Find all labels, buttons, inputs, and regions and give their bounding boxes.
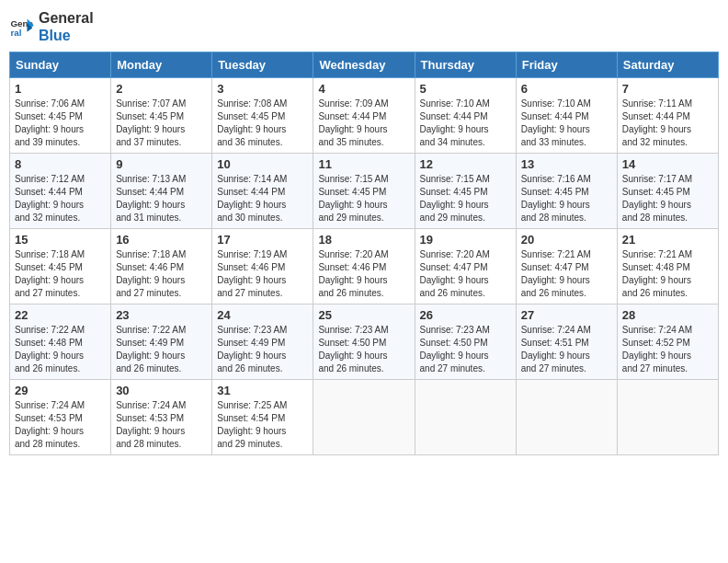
day-number: 2 <box>116 82 207 96</box>
calendar-cell: 13 Sunrise: 7:16 AM Sunset: 4:45 PM Dayl… <box>516 154 617 229</box>
day-info: Sunrise: 7:25 AM Sunset: 4:54 PM Dayligh… <box>217 400 287 449</box>
calendar-body: 1 Sunrise: 7:06 AM Sunset: 4:45 PM Dayli… <box>10 78 719 455</box>
day-info: Sunrise: 7:15 AM Sunset: 4:45 PM Dayligh… <box>420 174 490 223</box>
calendar-cell: 1 Sunrise: 7:06 AM Sunset: 4:45 PM Dayli… <box>10 78 111 154</box>
calendar-cell: 30 Sunrise: 7:24 AM Sunset: 4:53 PM Dayl… <box>111 380 212 455</box>
day-info: Sunrise: 7:08 AM Sunset: 4:45 PM Dayligh… <box>217 98 287 147</box>
calendar-cell: 21 Sunrise: 7:21 AM Sunset: 4:48 PM Dayl… <box>617 229 718 304</box>
weekday-header-monday: Monday <box>111 52 212 78</box>
calendar-cell: 29 Sunrise: 7:24 AM Sunset: 4:53 PM Dayl… <box>10 380 111 455</box>
day-number: 22 <box>15 308 106 322</box>
day-info: Sunrise: 7:20 AM Sunset: 4:46 PM Dayligh… <box>318 249 388 298</box>
calendar-table: SundayMondayTuesdayWednesdayThursdayFrid… <box>9 52 719 455</box>
day-info: Sunrise: 7:24 AM Sunset: 4:53 PM Dayligh… <box>15 400 85 449</box>
calendar-cell: 25 Sunrise: 7:23 AM Sunset: 4:50 PM Dayl… <box>313 304 415 380</box>
day-number: 23 <box>116 308 207 322</box>
day-info: Sunrise: 7:19 AM Sunset: 4:46 PM Dayligh… <box>217 249 287 298</box>
day-info: Sunrise: 7:18 AM Sunset: 4:46 PM Dayligh… <box>116 249 186 298</box>
day-info: Sunrise: 7:21 AM Sunset: 4:47 PM Dayligh… <box>521 249 591 298</box>
calendar-cell: 16 Sunrise: 7:18 AM Sunset: 4:46 PM Dayl… <box>111 229 212 304</box>
day-info: Sunrise: 7:15 AM Sunset: 4:45 PM Dayligh… <box>318 174 388 223</box>
day-info: Sunrise: 7:24 AM Sunset: 4:53 PM Dayligh… <box>116 400 186 449</box>
calendar-cell: 31 Sunrise: 7:25 AM Sunset: 4:54 PM Dayl… <box>212 380 313 455</box>
logo-icon: Gene ral <box>9 14 35 40</box>
calendar-cell: 20 Sunrise: 7:21 AM Sunset: 4:47 PM Dayl… <box>516 229 617 304</box>
logo: Gene ral General Blue <box>9 9 94 44</box>
day-info: Sunrise: 7:07 AM Sunset: 4:45 PM Dayligh… <box>116 98 186 147</box>
svg-text:ral: ral <box>10 28 21 38</box>
day-info: Sunrise: 7:12 AM Sunset: 4:44 PM Dayligh… <box>15 174 85 223</box>
day-info: Sunrise: 7:11 AM Sunset: 4:44 PM Dayligh… <box>622 98 692 147</box>
day-number: 27 <box>521 308 612 322</box>
calendar-cell <box>415 380 516 455</box>
day-number: 5 <box>420 82 511 96</box>
day-info: Sunrise: 7:21 AM Sunset: 4:48 PM Dayligh… <box>622 249 692 298</box>
day-number: 19 <box>420 233 511 247</box>
day-number: 6 <box>521 82 612 96</box>
day-number: 28 <box>622 308 713 322</box>
calendar-cell: 7 Sunrise: 7:11 AM Sunset: 4:44 PM Dayli… <box>617 78 718 154</box>
calendar-cell <box>313 380 415 455</box>
day-info: Sunrise: 7:09 AM Sunset: 4:44 PM Dayligh… <box>318 98 388 147</box>
day-number: 30 <box>116 384 207 397</box>
day-number: 8 <box>15 157 106 171</box>
day-number: 15 <box>15 233 106 247</box>
weekday-header-sunday: Sunday <box>10 52 111 78</box>
weekday-header-friday: Friday <box>516 52 617 78</box>
calendar-cell: 2 Sunrise: 7:07 AM Sunset: 4:45 PM Dayli… <box>111 78 212 154</box>
weekday-header-wednesday: Wednesday <box>313 52 415 78</box>
calendar-cell: 3 Sunrise: 7:08 AM Sunset: 4:45 PM Dayli… <box>212 78 313 154</box>
calendar-cell: 10 Sunrise: 7:14 AM Sunset: 4:44 PM Dayl… <box>212 154 313 229</box>
day-number: 1 <box>15 82 106 96</box>
calendar-cell <box>617 380 718 455</box>
day-number: 31 <box>217 384 308 397</box>
day-number: 21 <box>622 233 713 247</box>
day-number: 29 <box>15 384 106 397</box>
day-info: Sunrise: 7:22 AM Sunset: 4:49 PM Dayligh… <box>116 325 186 373</box>
day-number: 12 <box>420 157 511 171</box>
day-info: Sunrise: 7:14 AM Sunset: 4:44 PM Dayligh… <box>217 174 287 223</box>
calendar-cell: 19 Sunrise: 7:20 AM Sunset: 4:47 PM Dayl… <box>415 229 516 304</box>
calendar-cell: 26 Sunrise: 7:23 AM Sunset: 4:50 PM Dayl… <box>415 304 516 380</box>
day-info: Sunrise: 7:22 AM Sunset: 4:48 PM Dayligh… <box>15 325 85 373</box>
day-info: Sunrise: 7:06 AM Sunset: 4:45 PM Dayligh… <box>15 98 85 147</box>
day-number: 3 <box>217 82 308 96</box>
weekday-header-thursday: Thursday <box>415 52 516 78</box>
day-info: Sunrise: 7:18 AM Sunset: 4:45 PM Dayligh… <box>15 249 85 298</box>
calendar-cell: 17 Sunrise: 7:19 AM Sunset: 4:46 PM Dayl… <box>212 229 313 304</box>
day-number: 16 <box>116 233 207 247</box>
logo-text-line2: Blue <box>39 27 94 44</box>
calendar-cell: 5 Sunrise: 7:10 AM Sunset: 4:44 PM Dayli… <box>415 78 516 154</box>
calendar-cell: 4 Sunrise: 7:09 AM Sunset: 4:44 PM Dayli… <box>313 78 415 154</box>
calendar-cell: 11 Sunrise: 7:15 AM Sunset: 4:45 PM Dayl… <box>313 154 415 229</box>
calendar-cell: 27 Sunrise: 7:24 AM Sunset: 4:51 PM Dayl… <box>516 304 617 380</box>
day-info: Sunrise: 7:23 AM Sunset: 4:49 PM Dayligh… <box>217 325 287 373</box>
day-number: 26 <box>420 308 511 322</box>
calendar-cell: 9 Sunrise: 7:13 AM Sunset: 4:44 PM Dayli… <box>111 154 212 229</box>
day-number: 18 <box>318 233 409 247</box>
day-info: Sunrise: 7:24 AM Sunset: 4:52 PM Dayligh… <box>622 325 692 373</box>
day-info: Sunrise: 7:20 AM Sunset: 4:47 PM Dayligh… <box>420 249 490 298</box>
calendar-cell: 15 Sunrise: 7:18 AM Sunset: 4:45 PM Dayl… <box>10 229 111 304</box>
calendar-cell: 22 Sunrise: 7:22 AM Sunset: 4:48 PM Dayl… <box>10 304 111 380</box>
calendar-cell: 14 Sunrise: 7:17 AM Sunset: 4:45 PM Dayl… <box>617 154 718 229</box>
day-info: Sunrise: 7:23 AM Sunset: 4:50 PM Dayligh… <box>420 325 490 373</box>
calendar-cell: 8 Sunrise: 7:12 AM Sunset: 4:44 PM Dayli… <box>10 154 111 229</box>
day-info: Sunrise: 7:23 AM Sunset: 4:50 PM Dayligh… <box>318 325 388 373</box>
day-number: 17 <box>217 233 308 247</box>
calendar-cell: 24 Sunrise: 7:23 AM Sunset: 4:49 PM Dayl… <box>212 304 313 380</box>
day-number: 24 <box>217 308 308 322</box>
calendar-cell: 12 Sunrise: 7:15 AM Sunset: 4:45 PM Dayl… <box>415 154 516 229</box>
day-info: Sunrise: 7:17 AM Sunset: 4:45 PM Dayligh… <box>622 174 692 223</box>
day-info: Sunrise: 7:10 AM Sunset: 4:44 PM Dayligh… <box>521 98 591 147</box>
calendar-cell: 28 Sunrise: 7:24 AM Sunset: 4:52 PM Dayl… <box>617 304 718 380</box>
header: Gene ral General Blue <box>9 9 719 44</box>
day-info: Sunrise: 7:24 AM Sunset: 4:51 PM Dayligh… <box>521 325 591 373</box>
day-number: 11 <box>318 157 409 171</box>
day-info: Sunrise: 7:13 AM Sunset: 4:44 PM Dayligh… <box>116 174 186 223</box>
day-number: 10 <box>217 157 308 171</box>
calendar-cell: 18 Sunrise: 7:20 AM Sunset: 4:46 PM Dayl… <box>313 229 415 304</box>
day-info: Sunrise: 7:10 AM Sunset: 4:44 PM Dayligh… <box>420 98 490 147</box>
day-number: 13 <box>521 157 612 171</box>
weekday-header-tuesday: Tuesday <box>212 52 313 78</box>
